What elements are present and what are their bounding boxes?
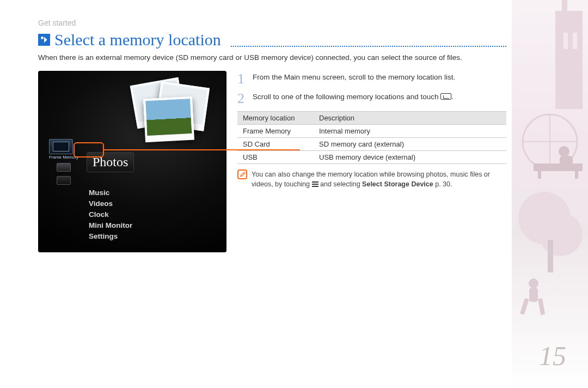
table-row: USB USB memory device (external) [237,150,506,163]
note-icon [237,169,247,179]
step-2: 2 Scroll to one of the following memory … [237,92,506,106]
svg-point-15 [529,278,538,288]
menu-button-icon [312,181,318,187]
step-number: 2 [237,92,247,106]
table-cell: Internal memory [314,124,506,137]
table-cell: USB [237,150,314,163]
table-header: Memory location [237,111,314,124]
menu-item: Clock [89,210,219,219]
note-text-mid: and selecting [318,180,363,188]
menu-item: Mini Monitor [89,221,219,229]
menu-item: Videos [89,199,219,208]
note-box: You can also change the memory location … [237,169,506,190]
step-text: From the Main menu screen, scroll to the… [253,72,455,86]
memory-location-thumbnails: Frame Memory [47,139,80,186]
table-cell: USB memory device (external) [314,150,506,163]
table-row: SD Card SD memory card (external) [237,137,506,150]
frame-memory-label: Frame Memory [49,155,78,160]
step-number: 1 [237,72,247,86]
step-1: 1 From the Main menu screen, scroll to t… [237,72,506,86]
frame-memory-icon [49,139,73,154]
device-screenshot: Frame Memory Photos Music Videos Clock M… [38,71,226,252]
usb-icon [57,176,71,185]
table-row: Frame Memory Internal memory [237,124,506,137]
svg-rect-19 [41,37,43,39]
section-title: Select a memory location [54,31,221,49]
table-header: Description [314,111,506,124]
note-text-post: p. 30. [433,180,452,188]
table-header-row: Memory location Description [237,111,506,124]
breadcrumb: Get started [38,19,506,27]
section-header: Select a memory location [38,31,506,49]
memory-location-table: Memory location Description Frame Memory… [237,111,506,164]
callout-line [104,149,300,150]
table-cell: SD memory card (external) [314,137,506,150]
table-cell: Frame Memory [237,124,314,137]
page-number: 15 [539,340,566,372]
svg-rect-16 [529,288,538,302]
step-text-pre: Scroll to one of the following memory lo… [253,93,440,101]
enter-button-icon [440,93,451,100]
step-text: Scroll to one of the following memory lo… [253,92,454,106]
menu-item: Music [89,189,219,197]
menu-active-label: Photos [93,155,128,169]
svg-marker-20 [44,37,47,43]
photos-thumbnail-stack [128,81,215,141]
intro-text: When there is an external memory device … [38,52,506,63]
menu-active-item: Photos [87,152,134,172]
arrow-right-icon [38,34,50,46]
svg-rect-17 [520,298,529,315]
step-text-post: . [451,93,454,101]
table-cell: SD Card [237,137,314,150]
note-text: You can also change the memory location … [252,169,506,190]
note-text-bold: Select Storage Device [362,180,433,188]
title-divider [231,41,506,47]
menu-item: Settings [89,232,219,240]
sd-card-icon [57,163,71,172]
svg-rect-18 [538,298,545,315]
